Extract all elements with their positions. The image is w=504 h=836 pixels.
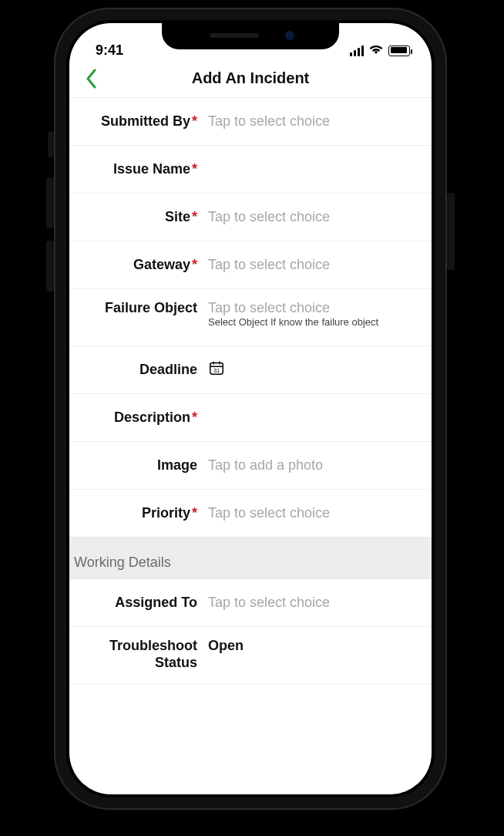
incident-form: Submitted By* Tap to select choice Issue…	[69, 97, 432, 684]
phone-power-button	[447, 193, 455, 270]
calendar-icon: 31	[208, 364, 225, 379]
nav-bar: Add An Incident	[69, 60, 432, 97]
value-assigned-to: Tap to select choice	[208, 595, 421, 611]
hint-failure-object: Select Object If know the failure object	[208, 316, 421, 328]
field-image[interactable]: Image Tap to add a photo	[69, 442, 432, 490]
field-assigned-to[interactable]: Assigned To Tap to select choice	[69, 579, 432, 627]
field-description[interactable]: Description*	[69, 394, 432, 442]
value-site: Tap to select choice	[208, 209, 421, 225]
field-submitted-by[interactable]: Submitted By* Tap to select choice	[69, 98, 432, 146]
field-failure-object[interactable]: Failure Object Tap to select choice Sele…	[69, 289, 432, 346]
label-description: Description*	[69, 410, 208, 426]
label-priority: Priority*	[69, 505, 208, 521]
back-button[interactable]	[80, 67, 103, 90]
value-gateway: Tap to select choice	[208, 257, 421, 273]
phone-volume-up	[46, 177, 54, 228]
label-issue-name: Issue Name*	[69, 161, 208, 177]
phone-notch	[162, 23, 339, 49]
value-priority: Tap to select choice	[208, 505, 421, 521]
label-gateway: Gateway*	[69, 257, 208, 273]
label-submitted-by: Submitted By*	[69, 113, 208, 130]
field-site[interactable]: Site* Tap to select choice	[69, 194, 432, 241]
phone-volume-down	[46, 241, 54, 292]
svg-text:31: 31	[213, 367, 220, 374]
value-troubleshoot-status: Open	[208, 638, 421, 654]
cellular-icon	[350, 46, 364, 56]
label-image: Image	[69, 457, 208, 474]
phone-frame: 9:41	[54, 8, 447, 810]
label-site: Site*	[69, 209, 208, 225]
wifi-icon	[368, 42, 384, 59]
value-image: Tap to add a photo	[208, 457, 421, 474]
field-deadline[interactable]: Deadline 31	[69, 346, 432, 394]
field-priority[interactable]: Priority* Tap to select choice	[69, 490, 432, 538]
label-assigned-to: Assigned To	[69, 595, 208, 611]
field-troubleshoot-status[interactable]: Troubleshoot Status Open	[69, 627, 432, 684]
label-deadline: Deadline	[69, 362, 208, 378]
screen: 9:41	[69, 23, 432, 794]
field-gateway[interactable]: Gateway* Tap to select choice	[69, 241, 432, 289]
value-submitted-by: Tap to select choice	[208, 113, 421, 130]
battery-icon	[388, 46, 410, 56]
phone-mute-switch	[48, 131, 54, 157]
label-failure-object: Failure Object	[69, 300, 208, 316]
page-title: Add An Incident	[192, 69, 310, 87]
label-troubleshoot-status: Troubleshoot Status	[69, 638, 208, 671]
field-issue-name[interactable]: Issue Name*	[69, 146, 432, 194]
value-failure-object: Tap to select choice	[208, 300, 421, 316]
status-time: 9:41	[96, 42, 123, 59]
section-working-details: Working Details	[69, 538, 432, 579]
chevron-left-icon	[86, 69, 98, 89]
